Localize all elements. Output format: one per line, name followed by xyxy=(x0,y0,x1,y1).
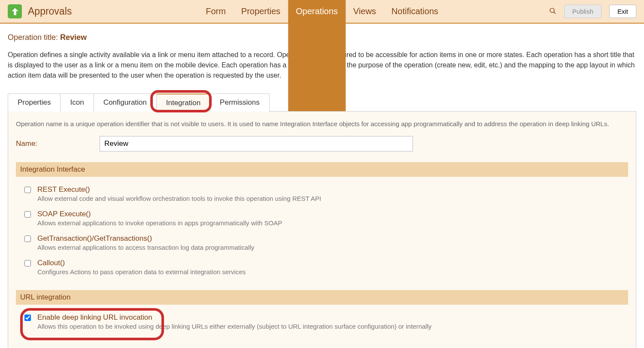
soap-execute-desc: Allows external applications to invoke o… xyxy=(37,219,282,227)
checkbox-soap-execute[interactable] xyxy=(24,211,31,218)
integration-panel: Operation name is a unique operation ide… xyxy=(8,111,636,348)
deeplink-title: Enable deep linking URL invocation xyxy=(37,313,431,322)
rest-execute-title: REST Execute() xyxy=(37,185,321,194)
section-url-integration: URL integration xyxy=(16,290,628,305)
deeplink-desc: Allows this operation to be invoked usin… xyxy=(37,323,431,330)
checkbox-gettransaction[interactable] xyxy=(24,236,31,242)
app-title: Approvals xyxy=(28,6,72,17)
checkbox-rest-execute[interactable] xyxy=(24,187,31,193)
check-gettransaction: GetTransaction()/GetTransactions() Allow… xyxy=(16,232,628,256)
sub-tabs: Properties Icon Configuration Integratio… xyxy=(8,94,636,112)
callout-title: Callout() xyxy=(37,259,246,267)
integration-helper-text: Operation name is a unique operation ide… xyxy=(16,120,628,127)
app-icon xyxy=(8,4,22,18)
search-button[interactable] xyxy=(549,7,556,16)
operation-title-prefix: Operation title: xyxy=(8,33,60,42)
tab-properties[interactable]: Properties xyxy=(8,94,61,112)
name-label: Name: xyxy=(16,139,100,148)
tab-configuration[interactable]: Configuration xyxy=(94,94,157,112)
publish-button[interactable]: Publish xyxy=(564,5,601,18)
checkbox-deeplink[interactable] xyxy=(24,315,31,321)
check-deeplink: Enable deep linking URL invocation Allow… xyxy=(16,311,628,335)
checkbox-callout[interactable] xyxy=(24,260,31,266)
search-icon xyxy=(549,7,556,15)
rest-execute-desc: Allow external code and visual workflow … xyxy=(37,195,321,202)
name-input[interactable] xyxy=(100,136,413,151)
gettransaction-desc: Allows external applications to access t… xyxy=(37,244,254,251)
section-integration-interface: Integration Interface xyxy=(16,162,628,177)
check-soap-execute: SOAP Execute() Allows external applicati… xyxy=(16,207,628,232)
tab-integration[interactable]: Integration xyxy=(157,94,210,112)
name-field-row: Name: xyxy=(16,136,628,151)
callout-desc: Configures Actions to pass operation dat… xyxy=(37,268,246,275)
tab-icon[interactable]: Icon xyxy=(61,94,94,112)
header-bar: Approvals Form Properties Operations Vie… xyxy=(0,0,644,24)
check-rest-execute: REST Execute() Allow external code and v… xyxy=(16,183,628,207)
arrow-up-icon xyxy=(10,7,20,16)
header-actions: Publish Exit xyxy=(549,5,636,18)
check-callout: Callout() Configures Actions to pass ope… xyxy=(16,256,628,281)
operation-title-value: Review xyxy=(60,33,87,42)
tab-permissions[interactable]: Permissions xyxy=(210,94,270,112)
gettransaction-title: GetTransaction()/GetTransactions() xyxy=(37,234,254,243)
soap-execute-title: SOAP Execute() xyxy=(37,210,282,218)
exit-button[interactable]: Exit xyxy=(609,5,636,18)
svg-point-0 xyxy=(550,8,554,12)
svg-line-1 xyxy=(553,12,555,13)
